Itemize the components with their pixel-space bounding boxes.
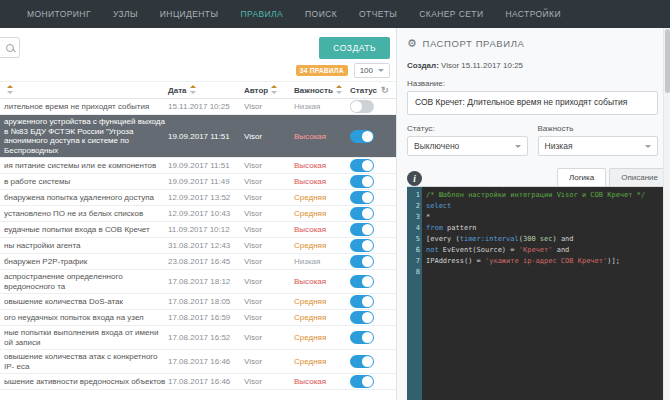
- importance-select[interactable]: Низкая: [538, 136, 659, 156]
- table-row[interactable]: аруженного устройства с функцией выхода …: [0, 115, 396, 158]
- rule-author-cell: Visor: [244, 132, 294, 141]
- sort-icon[interactable]: [7, 85, 13, 94]
- nav-item-сканер-сети[interactable]: СКАНЕР СЕТИ: [408, 0, 494, 28]
- status-label: Статус:: [407, 124, 528, 133]
- sort-icon[interactable]: [336, 85, 342, 94]
- status-toggle[interactable]: [350, 175, 374, 188]
- rule-importance-cell: Высокая: [294, 277, 350, 286]
- rule-date-cell: 31.08.2017 12:43: [168, 241, 244, 250]
- tab-логика[interactable]: Логика: [557, 168, 606, 186]
- rule-importance-cell: Высокая: [294, 377, 350, 386]
- nav-item-узлы[interactable]: УЗЛЫ: [102, 0, 149, 28]
- code-token: pattern: [443, 224, 477, 232]
- sort-icon[interactable]: [190, 85, 196, 94]
- rule-status-cell: [350, 255, 396, 268]
- status-toggle[interactable]: [350, 239, 374, 252]
- table-row[interactable]: аспространение определенного вредоносног…: [0, 270, 396, 294]
- code-token: 300 sec: [523, 235, 553, 243]
- rule-name-input[interactable]: СОВ Кречет: Длительное время не приходят…: [407, 91, 658, 115]
- rule-status-cell: [350, 239, 396, 252]
- nav-item-правила[interactable]: ПРАВИЛА: [229, 0, 294, 28]
- nav-item-настройки[interactable]: НАСТРОЙКИ: [494, 0, 572, 28]
- status-toggle[interactable]: [350, 295, 374, 308]
- tab-описание[interactable]: Описание: [609, 168, 670, 186]
- line-number: 8: [407, 267, 420, 278]
- status-toggle[interactable]: [350, 100, 374, 113]
- rule-author-cell: Visor: [244, 209, 294, 218]
- table-row[interactable]: ия питание системы или ее компонентов19.…: [0, 158, 396, 174]
- table-row[interactable]: ышение активности вредоносных объектов17…: [0, 374, 396, 390]
- scrollbar-thumb[interactable]: [665, 29, 670, 93]
- table-row[interactable]: овышение количества DoS-атак17.08.2017 1…: [0, 294, 396, 310]
- nav-item-отчеты[interactable]: ОТЧЕТЫ: [348, 0, 408, 28]
- status-toggle[interactable]: [350, 275, 374, 288]
- rule-status-cell: [350, 311, 396, 324]
- rule-author-cell: Visor: [244, 193, 294, 202]
- rule-date-cell: 19.09.2017 11:51: [168, 132, 244, 141]
- page-size-select[interactable]: 100: [354, 63, 390, 78]
- rule-author-cell: Visor: [244, 277, 294, 286]
- search-input[interactable]: [0, 37, 20, 58]
- column-header-author[interactable]: Автор: [244, 85, 294, 95]
- status-toggle[interactable]: [350, 311, 374, 324]
- table-row[interactable]: ны настройки агента31.08.2017 12:43Visor…: [0, 238, 396, 254]
- rule-passport-panel: ⚙ ПАСПОРТ ПРАВИЛА Создал: Visor 15.11.20…: [396, 28, 670, 400]
- rule-status-cell: [350, 223, 396, 236]
- rule-name-cell: овышение количества DoS-атак: [0, 297, 168, 307]
- column-header-name[interactable]: [0, 85, 168, 95]
- refresh-icon[interactable]: ↻: [381, 86, 389, 95]
- status-toggle[interactable]: [350, 355, 374, 368]
- status-toggle[interactable]: [350, 331, 374, 344]
- table-row[interactable]: овышение количества атак с конкретного I…: [0, 350, 396, 374]
- table-row[interactable]: лительное время не приходят события15.11…: [0, 99, 396, 115]
- line-number: 1: [407, 190, 420, 201]
- status-toggle[interactable]: [350, 255, 374, 268]
- status-toggle[interactable]: [350, 159, 374, 172]
- table-row[interactable]: бнаружена попытка удаленного доступа12.0…: [0, 190, 396, 206]
- create-rule-button[interactable]: СОЗДАТЬ: [319, 37, 390, 59]
- rule-status-cell: [350, 355, 396, 368]
- rule-status-cell: [350, 159, 396, 172]
- vertical-scrollbar[interactable]: [663, 28, 670, 400]
- editor-code[interactable]: /* Шаблон настройки интеграции Visor и С…: [422, 187, 670, 400]
- rule-importance-cell: Средняя: [294, 241, 350, 250]
- top-nav: МОНИТОРИНГУЗЛЫИНЦИДЕНТЫПРАВИЛАПОИСКОТЧЕТ…: [0, 0, 670, 28]
- nav-item-мониторинг[interactable]: МОНИТОРИНГ: [16, 0, 102, 28]
- status-toggle[interactable]: [350, 375, 374, 388]
- code-token: 'Кречет': [519, 246, 553, 254]
- code-token: 'укажите ip-адрес СОВ Кречет': [485, 257, 607, 265]
- column-header-importance[interactable]: Важность: [294, 85, 350, 95]
- rule-name-cell: ышение активности вредоносных объектов: [0, 377, 168, 387]
- sort-icon[interactable]: [271, 85, 277, 94]
- table-row[interactable]: ого неудачных попыток входа на узел17.08…: [0, 310, 396, 326]
- rule-name-cell: овышение количества атак с конкретного I…: [0, 350, 168, 373]
- nav-item-инциденты[interactable]: ИНЦИДЕНТЫ: [149, 0, 230, 28]
- code-token: from: [426, 224, 443, 232]
- rule-importance-cell: Высокая: [294, 132, 350, 141]
- status-toggle[interactable]: [350, 223, 374, 236]
- rule-importance-cell: Низкая: [294, 257, 350, 266]
- column-header-date[interactable]: Дата: [168, 85, 244, 95]
- code-editor[interactable]: 12345678 /* Шаблон настройки интеграции …: [407, 186, 670, 400]
- rule-date-cell: 12.09.2017 10:43: [168, 209, 244, 218]
- table-row[interactable]: еудачные попытки входа в СОВ Кречет11.09…: [0, 222, 396, 238]
- rules-count-badge: 34 ПРАВИЛА: [296, 65, 348, 76]
- rule-name-cell: аспространение определенного вредоносног…: [0, 270, 168, 293]
- code-line: [426, 267, 670, 278]
- search-icon: [6, 44, 14, 52]
- rule-name-cell: в работе системы: [0, 177, 168, 187]
- status-toggle[interactable]: [350, 130, 374, 143]
- nav-item-поиск[interactable]: ПОИСК: [294, 0, 348, 28]
- status-toggle[interactable]: [350, 191, 374, 204]
- code-token: /* Шаблон настройки интеграции Visor и С…: [426, 191, 645, 199]
- table-row[interactable]: бнаружен P2P-трафик23.08.2017 16:45Visor…: [0, 254, 396, 270]
- table-row[interactable]: в работе системы19.09.2017 11:49VisorВыс…: [0, 174, 396, 190]
- table-row[interactable]: ные попытки выполнения входа от имени ой…: [0, 326, 396, 350]
- status-toggle[interactable]: [350, 207, 374, 220]
- info-icon[interactable]: i: [407, 171, 422, 186]
- column-header-status[interactable]: Статус↻: [350, 86, 396, 95]
- rules-table-body: лительное время не приходят события15.11…: [0, 99, 396, 400]
- table-row[interactable]: установлено ПО не из белых списков12.09.…: [0, 206, 396, 222]
- rule-importance-cell: Средняя: [294, 357, 350, 366]
- status-select[interactable]: Выключено: [407, 136, 528, 156]
